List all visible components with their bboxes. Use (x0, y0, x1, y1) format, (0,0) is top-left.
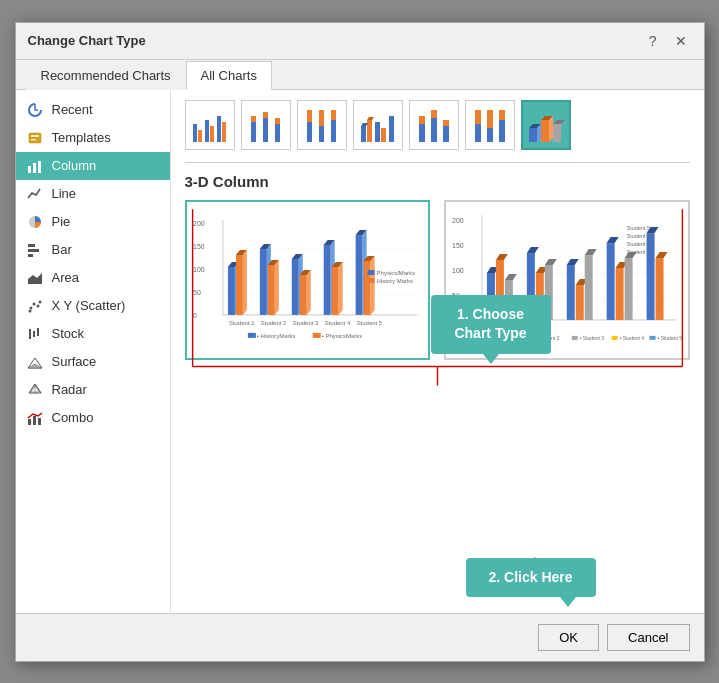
chart-type-3d-clustered[interactable] (353, 100, 403, 150)
svg-marker-92 (242, 250, 246, 315)
sidebar-item-label: Column (52, 158, 97, 173)
stock-icon (26, 325, 44, 343)
chart-type-clustered-column[interactable] (185, 100, 235, 150)
svg-text:200: 200 (452, 217, 464, 224)
sidebar-item-radar[interactable]: Radar (16, 376, 170, 404)
svg-text:150: 150 (452, 242, 464, 249)
svg-text:Student 5: Student 5 (356, 319, 382, 325)
cancel-button[interactable]: Cancel (607, 624, 689, 651)
line-icon (26, 185, 44, 203)
tab-all-charts[interactable]: All Charts (186, 61, 272, 90)
svg-text:100: 100 (193, 266, 205, 273)
svg-rect-177 (572, 335, 578, 339)
svg-text:• Student 4: • Student 4 (620, 334, 645, 340)
tooltip-choose-chart-type: 1. Choose Chart Type (431, 295, 551, 354)
svg-marker-159 (607, 237, 619, 243)
close-button[interactable]: ✕ (670, 31, 692, 51)
svg-text:200: 200 (193, 220, 205, 227)
svg-text:0: 0 (193, 311, 197, 318)
sidebar-item-pie[interactable]: Pie (16, 208, 170, 236)
svg-text:• Student 5: • Student 5 (658, 334, 682, 340)
sidebar-item-templates[interactable]: Templates (16, 124, 170, 152)
title-bar-controls: ? ✕ (644, 31, 692, 51)
svg-rect-42 (275, 124, 280, 142)
tab-recommended-charts[interactable]: Recommended Charts (26, 61, 186, 90)
svg-rect-7 (28, 244, 35, 247)
svg-rect-39 (251, 116, 256, 122)
svg-rect-59 (431, 118, 437, 142)
svg-point-14 (38, 300, 41, 303)
svg-rect-158 (607, 243, 615, 320)
sidebar-item-label: Pie (52, 214, 71, 229)
sidebar-item-stock[interactable]: Stock (16, 320, 170, 348)
sidebar-item-surface[interactable]: Surface (16, 348, 170, 376)
surface-icon (26, 353, 44, 371)
svg-rect-50 (361, 126, 366, 142)
ok-button[interactable]: OK (538, 624, 599, 651)
chart-type-100-stacked-column[interactable] (297, 100, 347, 150)
help-button[interactable]: ? (644, 31, 662, 51)
svg-point-12 (32, 302, 35, 305)
svg-rect-31 (38, 418, 41, 425)
svg-text:Student 3: Student 3 (292, 319, 318, 325)
chart-type-3d-100-stacked[interactable] (465, 100, 515, 150)
svg-rect-122 (367, 270, 374, 275)
svg-marker-74 (549, 116, 553, 142)
dialog-title: Change Chart Type (28, 33, 146, 48)
svg-point-15 (28, 309, 31, 312)
svg-rect-0 (29, 133, 41, 143)
chart-preview-1[interactable]: 0 50 100 150 200 (185, 200, 431, 360)
svg-rect-128 (312, 332, 320, 337)
svg-rect-99 (291, 259, 298, 315)
chart-type-stacked-column[interactable] (241, 100, 291, 150)
sidebar-item-label: Recent (52, 102, 93, 117)
divider (185, 162, 690, 163)
svg-marker-76 (553, 120, 565, 124)
svg-rect-47 (319, 110, 324, 126)
sidebar-item-recent[interactable]: Recent (16, 96, 170, 124)
sidebar-item-bar[interactable]: Bar (16, 236, 170, 264)
svg-rect-58 (419, 116, 425, 124)
sidebar-item-combo[interactable]: Combo (16, 404, 170, 432)
content-area: Recent Templates Column Li (16, 90, 704, 613)
svg-rect-87 (227, 267, 234, 315)
svg-rect-126 (247, 332, 255, 337)
svg-rect-2 (31, 139, 36, 141)
sidebar: Recent Templates Column Li (16, 90, 171, 613)
footer: OK Cancel (16, 613, 704, 661)
chart-type-3d-stacked[interactable] (409, 100, 459, 150)
sidebar-item-label: Stock (52, 326, 85, 341)
svg-rect-53 (381, 128, 386, 142)
svg-text:• HistoryMarks: • HistoryMarks (256, 332, 295, 338)
bar-icon (26, 241, 44, 259)
sidebar-item-line[interactable]: Line (16, 180, 170, 208)
svg-rect-1 (31, 135, 39, 137)
svg-rect-160 (616, 268, 624, 320)
svg-rect-32 (193, 124, 197, 142)
svg-rect-8 (28, 249, 39, 252)
sidebar-item-label: X Y (Scatter) (52, 298, 126, 313)
svg-rect-90 (235, 255, 242, 315)
svg-marker-56 (367, 117, 374, 120)
sidebar-item-column[interactable]: Column (16, 152, 170, 180)
svg-rect-3 (28, 166, 31, 173)
chart-type-3d-column[interactable] (521, 100, 571, 150)
combo-icon (26, 409, 44, 427)
svg-text:Student 3: Student 3 (627, 241, 650, 247)
sidebar-item-area[interactable]: Area (16, 264, 170, 292)
svg-line-27 (35, 384, 41, 393)
section-title: 3-D Column (185, 173, 690, 190)
sidebar-item-label: Templates (52, 130, 111, 145)
svg-rect-66 (487, 110, 493, 128)
svg-marker-151 (545, 259, 557, 265)
sidebar-item-label: Radar (52, 382, 87, 397)
radar-icon (26, 381, 44, 399)
svg-marker-10 (28, 273, 42, 284)
svg-text:Physics/Marks: Physics/Marks (376, 270, 414, 276)
svg-rect-9 (28, 254, 33, 257)
svg-marker-153 (567, 259, 579, 265)
svg-rect-38 (251, 122, 256, 142)
svg-rect-34 (205, 120, 209, 142)
column-icon (26, 157, 44, 175)
sidebar-item-scatter[interactable]: X Y (Scatter) (16, 292, 170, 320)
